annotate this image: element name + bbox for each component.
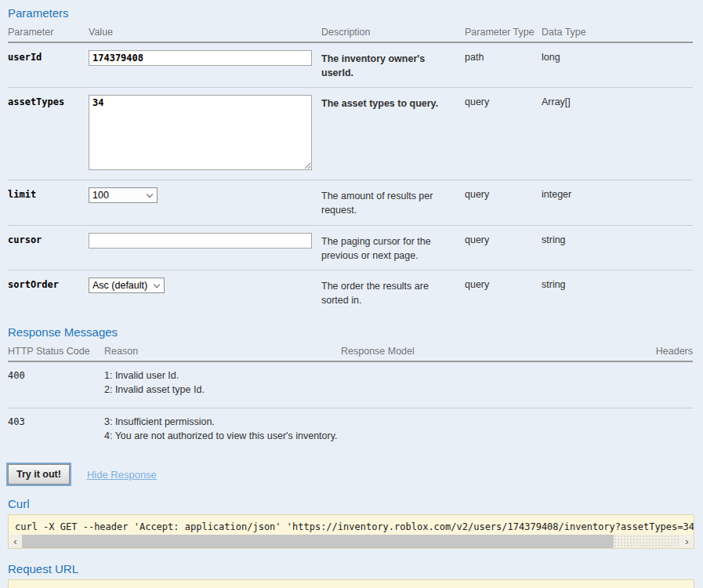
param-type: query bbox=[465, 95, 542, 172]
parameters-header-row: Parameter Value Description Parameter Ty… bbox=[8, 24, 693, 43]
horizontal-scrollbar[interactable]: ‹ › bbox=[9, 535, 694, 548]
param-data-type: Array[] bbox=[542, 95, 693, 172]
param-description: The asset types to query. bbox=[321, 95, 465, 172]
response-model bbox=[341, 415, 646, 443]
reason: 1: Invalid user Id. 2: Invalid asset typ… bbox=[104, 368, 341, 397]
reason: 3: Insufficient permission. 4: You are n… bbox=[104, 415, 341, 443]
param-type: query bbox=[465, 233, 542, 263]
cursor-input[interactable] bbox=[89, 233, 312, 249]
param-description: The inventory owner's userId. bbox=[321, 50, 465, 80]
param-type: path bbox=[465, 50, 542, 80]
param-data-type: integer bbox=[542, 187, 693, 217]
col-response-model: Response Model bbox=[341, 346, 646, 357]
headers bbox=[646, 368, 693, 397]
response-model bbox=[341, 368, 646, 397]
param-description: The order the results are sorted in. bbox=[321, 278, 465, 307]
curl-title: Curl bbox=[8, 497, 693, 510]
assettypes-textarea[interactable]: 34 bbox=[89, 95, 312, 170]
col-value: Value bbox=[89, 27, 321, 38]
scroll-left-icon[interactable]: ‹ bbox=[9, 535, 22, 548]
limit-select[interactable]: 100 bbox=[89, 187, 158, 203]
col-data-type: Data Type bbox=[542, 27, 693, 38]
col-http-status-code: HTTP Status Code bbox=[8, 346, 104, 357]
userid-input[interactable] bbox=[89, 50, 312, 66]
param-row-limit: limit 100 The amount of results per requ… bbox=[8, 180, 693, 224]
param-name: sortOrder bbox=[8, 278, 89, 307]
try-it-out-button[interactable]: Try it out! bbox=[8, 464, 70, 485]
request-url-text: https://inventory.roblox.com/v2/users/17… bbox=[9, 580, 694, 588]
param-name: cursor bbox=[8, 233, 89, 263]
headers bbox=[646, 415, 693, 443]
request-url-block: https://inventory.roblox.com/v2/users/17… bbox=[8, 579, 694, 588]
param-row-cursor: cursor The paging cursor for the previou… bbox=[8, 225, 693, 270]
scrollbar-thumb[interactable] bbox=[22, 535, 614, 548]
response-messages-title: Response Messages bbox=[8, 325, 693, 339]
actions-bar: Try it out! Hide Response bbox=[8, 462, 693, 487]
param-name: userId bbox=[8, 50, 89, 80]
param-row-sortorder: sortOrder Asc (default) The order the re… bbox=[8, 270, 693, 314]
col-parameter: Parameter bbox=[8, 27, 89, 38]
param-row-assettypes: assetTypes 34 The asset types to query. … bbox=[8, 87, 693, 180]
response-row-400: 400 1: Invalid user Id. 2: Invalid asset… bbox=[8, 362, 693, 408]
param-data-type: long bbox=[542, 50, 693, 80]
status-code: 400 bbox=[8, 368, 104, 397]
param-name: limit bbox=[8, 187, 89, 217]
sortorder-select[interactable]: Asc (default) bbox=[89, 278, 165, 293]
col-reason: Reason bbox=[104, 346, 341, 357]
api-operation-panel: Parameters Parameter Value Description P… bbox=[8, 0, 693, 588]
hide-response-link[interactable]: Hide Response bbox=[87, 469, 157, 481]
status-code: 403 bbox=[8, 415, 104, 443]
param-row-userid: userId The inventory owner's userId. pat… bbox=[8, 43, 693, 87]
scroll-right-icon[interactable]: › bbox=[680, 535, 694, 548]
param-description: The paging cursor for the previous or ne… bbox=[321, 233, 465, 263]
param-name: assetTypes bbox=[8, 95, 89, 172]
col-description: Description bbox=[321, 27, 465, 38]
response-row-403: 403 3: Insufficient permission. 4: You a… bbox=[8, 408, 693, 454]
parameters-title: Parameters bbox=[8, 6, 693, 20]
col-parameter-type: Parameter Type bbox=[465, 27, 542, 38]
scrollbar-track[interactable] bbox=[614, 535, 680, 548]
response-messages-header-row: HTTP Status Code Reason Response Model H… bbox=[8, 343, 693, 362]
col-headers: Headers bbox=[646, 346, 693, 357]
param-data-type: string bbox=[542, 278, 693, 307]
param-data-type: string bbox=[542, 233, 693, 263]
curl-command: curl -X GET --header 'Accept: applicatio… bbox=[9, 515, 694, 535]
curl-code-block: curl -X GET --header 'Accept: applicatio… bbox=[8, 514, 694, 549]
param-description: The amount of results per request. bbox=[321, 187, 465, 217]
param-type: query bbox=[465, 187, 542, 217]
param-type: query bbox=[465, 278, 542, 307]
request-url-title: Request URL bbox=[8, 562, 693, 575]
